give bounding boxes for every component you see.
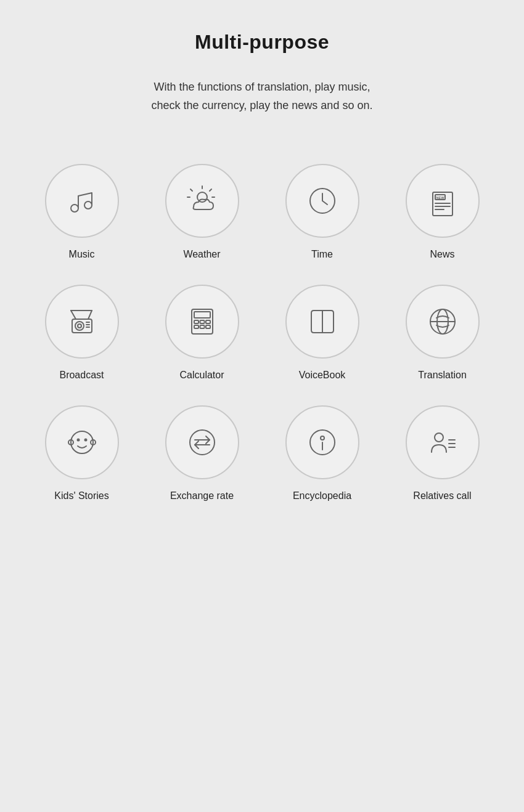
svg-point-39: [76, 439, 80, 442]
svg-text:NEW: NEW: [436, 196, 444, 200]
broadcast-icon-circle: [45, 285, 119, 359]
page-subtitle: With the functions of translation, play …: [152, 78, 373, 115]
voicebook-icon-circle: [285, 285, 359, 359]
svg-point-41: [190, 430, 215, 455]
news-label: News: [430, 249, 454, 260]
svg-rect-31: [206, 325, 210, 328]
time-icon-circle: [285, 164, 359, 238]
translation-label: Translation: [418, 370, 467, 381]
svg-line-21: [71, 311, 76, 319]
svg-point-36: [71, 431, 93, 453]
svg-rect-28: [206, 320, 210, 323]
kids-stories-label: Kids' Stories: [54, 490, 108, 501]
voicebook-icon: [306, 306, 338, 338]
svg-point-45: [321, 436, 324, 440]
svg-point-1: [84, 201, 92, 209]
translation-icon-circle: [406, 285, 480, 359]
exchange-rate-icon-circle: [165, 405, 239, 479]
feature-relatives-call: Relatives call: [388, 405, 496, 501]
feature-exchange-rate: Exchange rate: [148, 405, 256, 501]
svg-line-22: [88, 311, 92, 319]
svg-rect-26: [194, 320, 199, 323]
weather-label: Weather: [183, 249, 220, 260]
feature-broadcast: Broadcast: [28, 285, 136, 381]
svg-point-16: [75, 322, 84, 330]
time-label: Time: [311, 249, 333, 260]
features-grid: Music Weather Ti: [28, 164, 496, 501]
feature-weather: Weather: [148, 164, 256, 260]
music-label: Music: [69, 249, 95, 260]
feature-translation: Translation: [388, 285, 496, 381]
news-icon-circle: NEW: [406, 164, 480, 238]
feature-voicebook: VoiceBook: [268, 285, 376, 381]
page-title: Multi-purpose: [195, 31, 329, 54]
exchange-rate-label: Exchange rate: [170, 490, 234, 501]
news-icon: NEW: [427, 185, 459, 217]
svg-rect-25: [194, 312, 210, 318]
svg-line-5: [190, 189, 192, 191]
feature-music: Music: [28, 164, 136, 260]
feature-news: NEW News: [388, 164, 496, 260]
relatives-call-icon-circle: [406, 405, 480, 479]
music-icon-circle: [45, 164, 119, 238]
encyclopedia-label: Encyclopedia: [293, 490, 351, 501]
weather-icon-circle: [165, 164, 239, 238]
time-icon: [306, 185, 338, 217]
svg-point-0: [71, 205, 78, 212]
calculator-icon-circle: [165, 285, 239, 359]
feature-calculator: Calculator: [148, 285, 256, 381]
svg-point-40: [84, 439, 87, 442]
broadcast-icon: [65, 304, 99, 339]
svg-rect-24: [192, 309, 213, 334]
feature-time: Time: [268, 164, 376, 260]
broadcast-label: Broadcast: [59, 370, 104, 381]
svg-rect-27: [200, 320, 204, 323]
kids-stories-icon-circle: [45, 405, 119, 479]
encyclopedia-icon-circle: [285, 405, 359, 479]
encyclopedia-icon: [306, 426, 338, 458]
feature-encyclopedia: Encyclopedia: [268, 405, 376, 501]
svg-line-3: [210, 189, 211, 191]
music-icon: [66, 185, 98, 217]
svg-point-47: [435, 433, 443, 442]
calculator-icon: [187, 306, 218, 338]
exchange-rate-icon: [186, 426, 218, 458]
calculator-label: Calculator: [179, 370, 224, 381]
kids-stories-icon: [66, 426, 98, 458]
relatives-call-label: Relatives call: [413, 490, 471, 501]
weather-icon: [185, 185, 219, 217]
feature-kids-stories: Kids' Stories: [28, 405, 136, 501]
relatives-call-icon: [427, 426, 459, 458]
translation-icon: [427, 306, 459, 338]
svg-point-17: [78, 324, 81, 328]
svg-rect-30: [200, 325, 204, 328]
voicebook-label: VoiceBook: [299, 370, 346, 381]
svg-rect-29: [194, 325, 199, 328]
